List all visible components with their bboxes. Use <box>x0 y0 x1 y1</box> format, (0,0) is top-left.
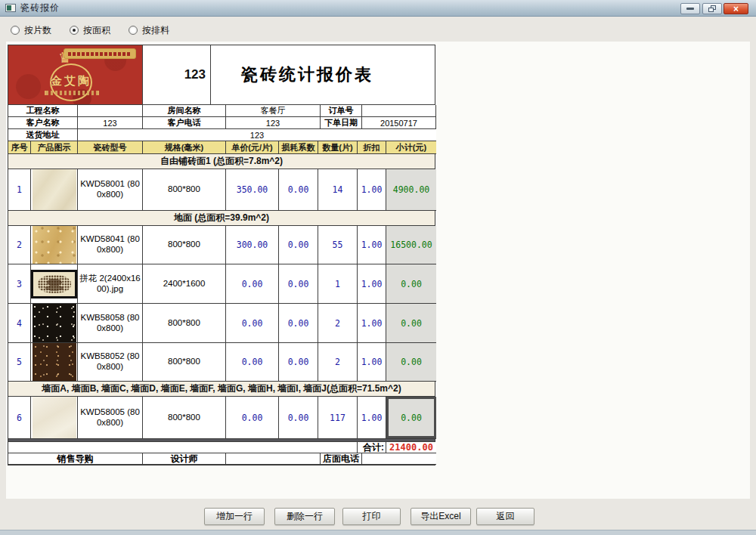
total-empty-cell <box>8 442 358 453</box>
radio-by-area[interactable]: 按面积 <box>70 24 110 37</box>
price-cell[interactable]: 0.00 <box>226 397 279 439</box>
price-cell[interactable]: 0.00 <box>226 343 279 382</box>
col-no: 序号 <box>8 141 31 154</box>
loss-cell[interactable]: 0.00 <box>279 169 318 211</box>
model-cell[interactable]: KWB58058 (800x800) <box>78 304 143 343</box>
product-image-cell[interactable] <box>31 397 78 439</box>
model-cell[interactable]: KWD58041 (800x800) <box>78 226 143 264</box>
spec-cell[interactable]: 800*800 <box>143 169 226 211</box>
spec-cell[interactable]: 800*800 <box>143 397 226 439</box>
store-phone-value[interactable] <box>362 453 436 465</box>
close-icon: × <box>733 4 739 14</box>
restore-button[interactable] <box>702 3 722 14</box>
qty-cell[interactable]: 55 <box>318 226 358 264</box>
add-row-button[interactable]: 增加一行 <box>204 508 265 525</box>
model-cell[interactable]: 拼花 2(2400x1600).jpg <box>78 264 143 304</box>
price-cell[interactable]: 0.00 <box>226 264 279 304</box>
product-image-cell[interactable] <box>31 304 78 343</box>
title-bar[interactable]: 瓷砖报价 × <box>0 0 756 17</box>
model-cell[interactable]: KWD58005 (800x800) <box>78 397 143 439</box>
project-name-label: 工程名称 <box>8 105 78 117</box>
brown-speckled-tile-image <box>33 343 76 381</box>
spec-cell[interactable]: 800*800 <box>143 226 226 264</box>
discount-cell[interactable]: 1.00 <box>358 304 386 343</box>
qty-cell[interactable]: 1 <box>318 264 358 304</box>
table-row: 1 KWD58001 (800x800) 800*800 350.00 0.00… <box>8 169 435 211</box>
radio-by-layout[interactable]: 按排料 <box>129 24 169 37</box>
designer-value[interactable] <box>226 453 321 465</box>
spec-cell[interactable]: 800*800 <box>143 304 226 343</box>
qty-cell[interactable]: 14 <box>318 169 358 211</box>
delete-row-button[interactable]: 删除一行 <box>274 508 335 525</box>
order-date-value[interactable]: 20150717 <box>362 117 436 129</box>
project-name-value[interactable] <box>78 105 143 117</box>
subtotal-cell-selected[interactable]: 0.00 <box>386 397 436 439</box>
loss-cell[interactable]: 0.00 <box>279 226 318 264</box>
loss-cell[interactable]: 0.00 <box>279 343 318 382</box>
col-discount: 折扣 <box>358 141 386 154</box>
radio-circle-icon <box>11 26 20 35</box>
total-value: 21400.00 <box>386 442 436 453</box>
order-no-value[interactable] <box>362 105 436 117</box>
product-image-cell[interactable] <box>31 264 78 304</box>
customer-phone-value[interactable]: 123 <box>226 117 321 129</box>
radio-by-piece[interactable]: 按片数 <box>11 24 51 37</box>
loss-cell[interactable]: 0.00 <box>279 304 318 343</box>
room-name-label: 房间名称 <box>143 105 226 117</box>
logo-speech-bubble <box>64 48 136 59</box>
subtotal-cell[interactable]: 0.00 <box>386 264 436 304</box>
section-header: 地面 (总面积=39.9m^2) <box>8 211 435 226</box>
loss-cell[interactable]: 0.00 <box>279 264 318 304</box>
qty-cell[interactable]: 2 <box>318 343 358 382</box>
qty-cell[interactable]: 2 <box>318 304 358 343</box>
price-cell[interactable]: 0.00 <box>226 304 279 343</box>
radio-label: 按排料 <box>142 24 169 37</box>
back-button[interactable]: 返回 <box>476 508 534 525</box>
model-cell[interactable]: KWB58052 (800x800) <box>78 343 143 382</box>
minimize-button[interactable] <box>680 3 700 14</box>
col-qty: 数量(片) <box>318 141 358 154</box>
discount-cell[interactable]: 1.00 <box>358 264 386 304</box>
discount-cell[interactable]: 1.00 <box>358 397 386 439</box>
cream-marble-tile-image <box>33 397 76 438</box>
customer-name-value[interactable]: 123 <box>78 117 143 129</box>
product-image-cell[interactable] <box>31 226 78 264</box>
discount-cell[interactable]: 1.00 <box>358 343 386 382</box>
print-button[interactable]: 打印 <box>342 508 401 525</box>
subtotal-cell[interactable]: 0.00 <box>386 343 436 382</box>
row-no: 2 <box>8 226 31 264</box>
footer-row: 销售导购 设计师 店面电话 <box>8 453 435 465</box>
app-window: 瓷砖报价 × 按片数 按面积 按排料 ♛ 金艾陶 <box>0 0 756 535</box>
qty-cell[interactable]: 117 <box>318 397 358 439</box>
price-cell[interactable]: 350.00 <box>226 169 279 211</box>
designer-label: 设计师 <box>143 453 226 465</box>
row-no: 1 <box>8 169 31 211</box>
discount-cell[interactable]: 1.00 <box>358 169 386 211</box>
subtotal-cell[interactable]: 0.00 <box>386 304 436 343</box>
model-cell[interactable]: KWD58001 (800x800) <box>78 169 143 211</box>
delivery-address-value[interactable]: 123 <box>78 129 436 141</box>
subtotal-cell[interactable]: 4900.00 <box>386 169 436 211</box>
close-button[interactable]: × <box>723 3 748 14</box>
subtotal-cell[interactable]: 16500.00 <box>386 226 436 264</box>
store-phone-label: 店面电话 <box>321 453 362 465</box>
spec-cell[interactable]: 800*800 <box>143 343 226 382</box>
product-image-cell[interactable] <box>31 343 78 382</box>
spec-cell[interactable]: 2400*1600 <box>143 264 226 304</box>
sheet-title: 瓷砖统计报价表 <box>211 45 435 105</box>
doc-number[interactable]: 123 <box>143 45 211 105</box>
discount-cell[interactable]: 1.00 <box>358 226 386 264</box>
export-excel-button[interactable]: 导出Excel <box>411 508 471 525</box>
delivery-address-label: 送货地址 <box>8 129 78 141</box>
loss-cell[interactable]: 0.00 <box>279 397 318 439</box>
total-row: 合计: 21400.00 <box>8 442 435 453</box>
col-image: 产品图示 <box>31 141 78 154</box>
table-row: 6 KWD58005 (800x800) 800*800 0.00 0.00 1… <box>8 397 435 439</box>
table-row: 4 KWB58058 (800x800) 800*800 0.00 0.00 2… <box>8 304 435 343</box>
tan-stone-tile-image <box>33 226 76 264</box>
room-name-value[interactable]: 客餐厅 <box>226 105 321 117</box>
customer-name-label: 客户名称 <box>8 117 78 129</box>
product-image-cell[interactable] <box>31 169 78 211</box>
sheet-title-block: ♛ 金艾陶 123 瓷砖统计报价表 <box>8 45 435 105</box>
price-cell[interactable]: 300.00 <box>226 226 279 264</box>
